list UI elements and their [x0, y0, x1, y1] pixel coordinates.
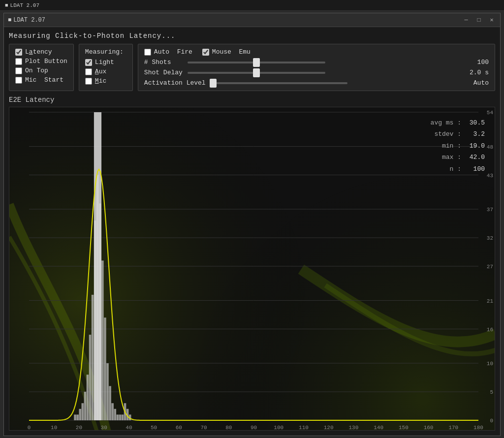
measuring-label: Measuring: [85, 48, 126, 56]
min-value: 19.0 [465, 140, 485, 152]
checkbox-aux: Aux [85, 68, 126, 75]
measuring-checkbox-group: Light Aux Mic [85, 59, 126, 85]
stats-box: avg ms : 30.5 stdev : 3.2 min : 19.0 max… [431, 117, 485, 175]
ontop-checkbox[interactable] [15, 67, 22, 74]
n-label: n : [450, 163, 461, 175]
page-title: Measuring Click-to-Photon Latency... [9, 32, 495, 40]
n-row: n : 100 [431, 163, 485, 175]
checkbox-ontop: On Top [15, 67, 67, 74]
shots-slider-container [188, 62, 463, 63]
min-row: min : 19.0 [431, 140, 485, 152]
window-icon: ■ [8, 17, 11, 24]
checkbox-plot: Plot Button [15, 58, 67, 65]
main-window: ■ LDAT 2.07 — □ ✕ Measuring Click-to-Pho… [3, 13, 501, 436]
right-top-row: Auto Fire Mouse Emu [144, 48, 489, 56]
stdev-label: stdev : [434, 128, 461, 140]
shots-label: # Shots [144, 59, 184, 66]
max-value: 42.0 [465, 152, 485, 163]
shot-delay-value: 2.0 s [467, 69, 489, 76]
graph-area: E2E Latency avg ms : 30.5 stdev : 3.2 mi… [9, 96, 495, 431]
micstart-label: Mic Start [25, 76, 63, 84]
left-checkbox-box: Latency Plot Button On Top Mic Start [9, 44, 74, 91]
activation-slider-container [210, 82, 463, 84]
shots-value: 100 [467, 59, 489, 66]
ontop-label: On Top [25, 67, 48, 74]
right-controls-box: Auto Fire Mouse Emu # Shots 100 Shot D [138, 44, 495, 91]
left-checkbox-group: Latency Plot Button On Top Mic Start [15, 48, 67, 84]
activation-slider[interactable] [210, 82, 347, 84]
mouseemu-label: Mouse Emu [212, 48, 251, 56]
outer-title-text: LDAT 2.07 [10, 2, 39, 8]
checkbox-micstart: Mic Start [15, 76, 67, 84]
graph-container: avg ms : 30.5 stdev : 3.2 min : 19.0 max… [9, 107, 495, 431]
shot-delay-slider-container [188, 72, 463, 74]
avg-ms-value: 30.5 [465, 117, 485, 128]
autofire-checkbox[interactable] [144, 49, 151, 56]
plot-checkbox[interactable] [15, 58, 22, 65]
graph-title: E2E Latency [9, 96, 495, 104]
plot-label: Plot Button [25, 58, 67, 65]
stdev-row: stdev : 3.2 [431, 128, 485, 140]
shots-row: # Shots 100 [144, 59, 489, 66]
controls-row: Latency Plot Button On Top Mic Start [9, 44, 495, 91]
window-title-bar: ■ LDAT 2.07 — □ ✕ [4, 13, 500, 27]
graph-canvas [9, 107, 495, 431]
autofire-label: Auto Fire [154, 48, 192, 56]
shot-delay-label: Shot Delay [144, 69, 184, 76]
min-label: min : [442, 140, 461, 152]
shots-slider[interactable] [188, 62, 325, 63]
max-label: max : [442, 152, 461, 163]
avg-ms-row: avg ms : 30.5 [431, 117, 485, 128]
activation-label: Activation Level [144, 79, 206, 87]
latency-checkbox[interactable] [15, 49, 22, 56]
window-title-text: LDAT 2.07 [13, 17, 45, 24]
activation-value: Auto [467, 79, 489, 87]
outer-title-bar: ■ LDAT 2.07 [0, 0, 504, 11]
checkbox-autofire: Auto Fire [144, 48, 192, 56]
maximize-button[interactable]: □ [474, 16, 483, 25]
measuring-box: Measuring: Light Aux Mic [79, 44, 133, 91]
aux-checkbox[interactable] [85, 68, 92, 75]
minimize-button[interactable]: — [462, 16, 471, 25]
main-content: Measuring Click-to-Photon Latency... Lat… [4, 27, 500, 436]
checkbox-latency: Latency [15, 48, 67, 56]
mouseemu-checkbox[interactable] [202, 49, 209, 56]
checkbox-mic: Mic [85, 77, 126, 85]
latency-label: Latency [25, 48, 52, 56]
activation-row: Activation Level Auto [144, 79, 489, 87]
aux-label: Aux [95, 68, 106, 75]
light-label: Light [95, 59, 114, 66]
window-title-left: ■ LDAT 2.07 [8, 17, 45, 24]
outer-title-icon: ■ [5, 2, 8, 8]
shot-delay-row: Shot Delay 2.0 s [144, 69, 489, 76]
mic-checkbox[interactable] [85, 78, 92, 85]
checkbox-mouseemu: Mouse Emu [202, 48, 251, 56]
light-checkbox[interactable] [85, 59, 92, 66]
micstart-checkbox[interactable] [15, 77, 22, 84]
avg-ms-label: avg ms : [431, 117, 461, 128]
max-row: max : 42.0 [431, 152, 485, 163]
shot-delay-slider[interactable] [188, 72, 325, 74]
mic-label: Mic [95, 77, 106, 85]
window-control-buttons: — □ ✕ [462, 16, 496, 25]
checkbox-light: Light [85, 59, 126, 66]
n-value: 100 [465, 163, 485, 175]
close-button[interactable]: ✕ [487, 16, 496, 25]
stdev-value: 3.2 [465, 128, 485, 140]
